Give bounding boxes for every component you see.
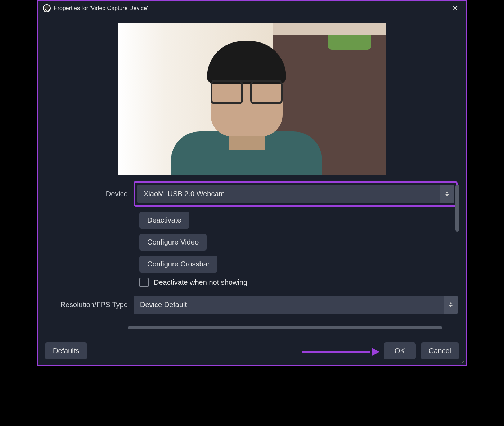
resolution-fps-value: Device Default [140, 301, 187, 309]
dropdown-spinner-icon[interactable] [440, 185, 454, 203]
titlebar-left: Properties for 'Video Capture Device' [43, 4, 148, 12]
defaults-button[interactable]: Defaults [45, 342, 87, 359]
resize-grip-icon[interactable] [460, 358, 465, 363]
resolution-fps-label: Resolution/FPS Type [51, 301, 134, 309]
deactivate-checkbox-row: Deactivate when not showing [51, 278, 458, 287]
ok-button[interactable]: OK [384, 342, 416, 359]
window-title: Properties for 'Video Capture Device' [54, 5, 148, 12]
resolution-fps-dropdown[interactable]: Device Default [134, 296, 458, 314]
properties-dialog: Properties for 'Video Capture Device' ✕ … [37, 0, 467, 366]
properties-form: Device XiaoMi USB 2.0 Webcam Deac [43, 181, 461, 319]
device-highlight: XiaoMi USB 2.0 Webcam [134, 181, 458, 207]
device-selected-value: XiaoMi USB 2.0 Webcam [144, 190, 225, 198]
horizontal-scrollbar[interactable] [128, 326, 452, 329]
webcam-preview [118, 23, 386, 175]
resolution-fps-row: Resolution/FPS Type Device Default [51, 296, 458, 314]
deactivate-when-not-showing-checkbox[interactable] [139, 278, 149, 287]
vertical-scrollbar[interactable] [455, 185, 459, 248]
device-row: Device XiaoMi USB 2.0 Webcam [51, 181, 458, 207]
deactivate-checkbox-label: Deactivate when not showing [154, 278, 247, 287]
content-area: Device XiaoMi USB 2.0 Webcam Deac [38, 23, 466, 319]
device-dropdown[interactable]: XiaoMi USB 2.0 Webcam [137, 185, 454, 203]
obs-logo-icon [43, 4, 51, 12]
annotation-arrow [302, 346, 381, 357]
configure-crossbar-button[interactable]: Configure Crossbar [139, 256, 217, 273]
configure-video-button[interactable]: Configure Video [139, 234, 207, 251]
scrollbar-thumb[interactable] [128, 326, 442, 329]
cancel-button[interactable]: Cancel [421, 342, 459, 359]
scrollbar-thumb[interactable] [455, 185, 459, 232]
dialog-footer: Defaults OK Cancel [38, 337, 466, 365]
close-icon[interactable]: ✕ [449, 3, 461, 13]
video-preview-area [43, 23, 461, 175]
titlebar: Properties for 'Video Capture Device' ✕ [38, 1, 466, 15]
device-label: Device [51, 190, 134, 198]
deactivate-button[interactable]: Deactivate [139, 212, 189, 229]
dropdown-spinner-icon[interactable] [444, 296, 458, 314]
